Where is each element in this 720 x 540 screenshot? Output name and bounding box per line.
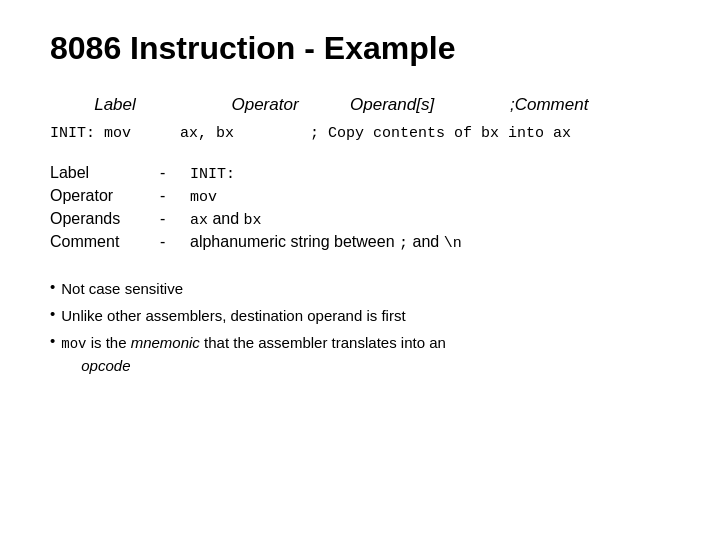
def-value-comment: alphanumeric string between ; and \n (190, 233, 462, 252)
bullets-section: • Not case sensitive • Unlike other asse… (50, 278, 670, 376)
header-comment: ;Comment (510, 95, 588, 115)
header-label: Label (50, 95, 180, 115)
bullet-2-text: Unlike other assemblers, destination ope… (61, 305, 405, 326)
def-term-comment: Comment (50, 233, 160, 251)
def-dash-label: - (160, 164, 190, 182)
bullet-3: • mov is the mnemonic that the assembler… (50, 332, 670, 376)
bullet-1-dot: • (50, 278, 55, 295)
example-label: INIT: mov (50, 125, 180, 142)
bullet-1-text: Not case sensitive (61, 278, 183, 299)
def-value-operands: ax and bx (190, 210, 262, 229)
def-row-operands: Operands - ax and bx (50, 210, 670, 229)
slide: 8086 Instruction - Example Label Operato… (0, 0, 720, 540)
def-value-operator: mov (190, 187, 217, 206)
def-dash-operator: - (160, 187, 190, 205)
header-operator: Operator (180, 95, 350, 115)
definitions-table: Label - INIT: Operator - mov Operands - … (50, 164, 670, 256)
def-row-label: Label - INIT: (50, 164, 670, 183)
def-dash-comment: - (160, 233, 190, 251)
header-row: Label Operator Operand[s] ;Comment (50, 95, 670, 115)
bullet-3-text: mov is the mnemonic that the assembler t… (61, 332, 446, 376)
bullet-3-dot: • (50, 332, 55, 349)
def-value-label: INIT: (190, 164, 235, 183)
def-dash-operands: - (160, 210, 190, 228)
bullet-2: • Unlike other assemblers, destination o… (50, 305, 670, 326)
page-title: 8086 Instruction - Example (50, 30, 670, 67)
example-operand: ax, bx (180, 125, 310, 142)
example-comment: ; Copy contents of bx into ax (310, 125, 571, 142)
def-term-operator: Operator (50, 187, 160, 205)
example-row: INIT: mov ax, bx ; Copy contents of bx i… (50, 125, 670, 142)
def-row-comment: Comment - alphanumeric string between ; … (50, 233, 670, 252)
bullet-2-dot: • (50, 305, 55, 322)
header-operand: Operand[s] (350, 95, 510, 115)
def-row-operator: Operator - mov (50, 187, 670, 206)
bullet-1: • Not case sensitive (50, 278, 670, 299)
def-term-operands: Operands (50, 210, 160, 228)
def-term-label: Label (50, 164, 160, 182)
